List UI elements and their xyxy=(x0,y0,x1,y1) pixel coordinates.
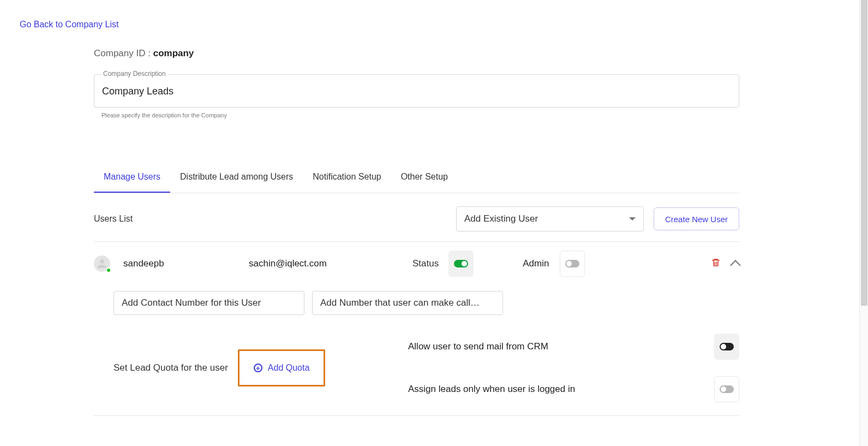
assign-logged-in-toggle[interactable] xyxy=(714,376,739,402)
add-quota-button[interactable]: + Add Quota xyxy=(238,349,326,386)
right-options: Allow user to send mail from CRM Assign … xyxy=(408,334,739,402)
user-name: sandeepb xyxy=(123,258,249,269)
tabs: Manage Users Distribute Lead among Users… xyxy=(94,165,739,193)
add-existing-user-select[interactable]: Add Existing User xyxy=(456,206,644,231)
options-grid: Set Lead Quota for the user + Add Quota … xyxy=(113,334,739,402)
allow-mail-row: Allow user to send mail from CRM xyxy=(408,334,739,360)
users-list-actions: Add Existing User Create New User xyxy=(456,206,739,231)
tab-distribute-lead[interactable]: Distribute Lead among Users xyxy=(170,165,303,193)
scrollbar-thumb[interactable] xyxy=(861,0,867,306)
status-label: Status xyxy=(412,258,439,269)
collapse-icon[interactable] xyxy=(730,260,741,271)
status-toggle[interactable] xyxy=(448,251,474,277)
allow-mail-toggle[interactable] xyxy=(714,334,739,360)
phone-inputs-row xyxy=(113,291,739,315)
allow-mail-label: Allow user to send mail from CRM xyxy=(408,341,548,352)
users-list-title: Users List xyxy=(94,214,133,224)
tab-manage-users[interactable]: Manage Users xyxy=(94,165,170,193)
company-description-field[interactable]: Company Description xyxy=(94,74,739,108)
user-row-actions xyxy=(711,257,739,270)
presence-indicator xyxy=(106,267,111,273)
assign-logged-in-row: Assign leads only when user is logged in xyxy=(408,376,739,402)
go-back-link[interactable]: Go Back to Company List xyxy=(20,20,118,29)
create-new-user-button[interactable]: Create New User xyxy=(654,207,739,230)
vertical-scrollbar[interactable] xyxy=(859,0,868,446)
main-content: Company ID : company Company Description… xyxy=(94,48,739,416)
company-id-label: Company ID : xyxy=(94,48,151,58)
company-description-help: Please specify the description for the C… xyxy=(101,112,739,118)
assign-logged-in-label: Assign leads only when user is logged in xyxy=(408,384,575,395)
toggle-on-icon xyxy=(454,260,468,267)
call-from-number-input[interactable] xyxy=(312,291,503,315)
user-row: sandeepb sachin@iqlect.com Status Admin xyxy=(94,242,739,286)
company-description-label: Company Description xyxy=(101,70,168,78)
lead-quota-section: Set Lead Quota for the user + Add Quota xyxy=(113,334,408,402)
toggle-off-icon xyxy=(720,385,734,393)
toggle-off-icon xyxy=(720,343,734,350)
toggle-off-icon xyxy=(565,260,579,267)
company-description-input[interactable] xyxy=(102,86,731,97)
company-id-value: company xyxy=(153,48,194,58)
plus-circle-icon: + xyxy=(254,364,262,372)
add-quota-label: Add Quota xyxy=(268,363,310,373)
trash-icon xyxy=(711,257,721,268)
company-id: Company ID : company xyxy=(94,48,739,59)
user-email: sachin@iqlect.com xyxy=(249,258,412,269)
admin-toggle[interactable] xyxy=(560,251,585,277)
admin-label: Admin xyxy=(523,258,549,269)
users-list-header: Users List Add Existing User Create New … xyxy=(94,206,739,242)
delete-user-button[interactable] xyxy=(711,257,721,270)
tab-other-setup[interactable]: Other Setup xyxy=(391,165,458,193)
tab-notification-setup[interactable]: Notification Setup xyxy=(303,165,391,193)
avatar xyxy=(94,255,110,272)
lead-quota-label: Set Lead Quota for the user xyxy=(113,362,228,373)
add-existing-user-label: Add Existing User xyxy=(464,213,538,224)
chevron-down-icon xyxy=(629,217,636,221)
contact-number-input[interactable] xyxy=(113,291,304,315)
user-expanded-panel: Set Lead Quota for the user + Add Quota … xyxy=(94,286,739,416)
